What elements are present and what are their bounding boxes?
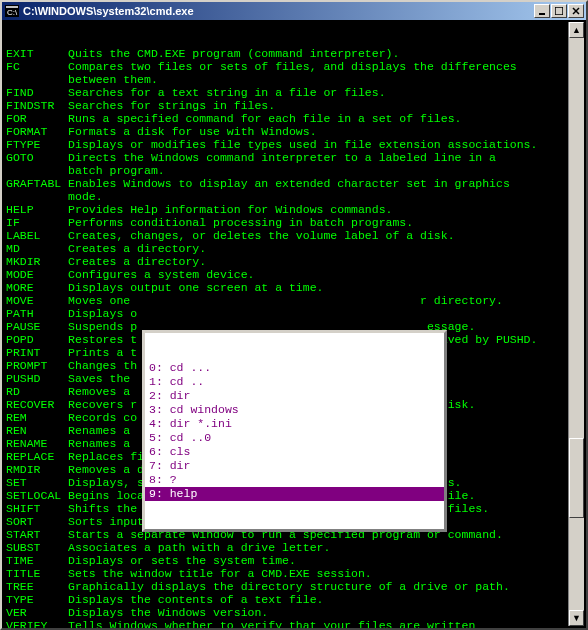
help-line: FC Compares two files or sets of files, … (6, 60, 582, 73)
maximize-button[interactable] (551, 4, 567, 18)
window-title: C:\WINDOWS\system32\cmd.exe (23, 5, 534, 17)
help-line: TIME Displays or sets the system time. (6, 554, 582, 567)
help-line: HELP Provides Help information for Windo… (6, 203, 582, 216)
scroll-down-button[interactable]: ▼ (569, 610, 584, 626)
help-line: FOR Runs a specified command for each fi… (6, 112, 582, 125)
help-line: mode. (6, 190, 582, 203)
svg-text:C:\: C:\ (7, 8, 18, 17)
minimize-button[interactable] (534, 4, 550, 18)
help-line: MKDIR Creates a directory. (6, 255, 582, 268)
history-item[interactable]: 5: cd ..0 (145, 431, 444, 445)
window-controls (534, 4, 584, 18)
help-line: FORMAT Formats a disk for use with Windo… (6, 125, 582, 138)
help-line: TITLE Sets the window title for a CMD.EX… (6, 567, 582, 580)
history-item[interactable]: 6: cls (145, 445, 444, 459)
close-button[interactable] (568, 4, 584, 18)
help-line: GOTO Directs the Windows command interpr… (6, 151, 582, 164)
history-popup[interactable]: 0: cd ...1: cd ..2: dir3: cd windows4: d… (142, 330, 447, 532)
app-icon: C:\ (4, 3, 20, 19)
help-line: EXIT Quits the CMD.EXE program (command … (6, 47, 582, 60)
help-line: FINDSTR Searches for strings in files. (6, 99, 582, 112)
terminal-area[interactable]: EXIT Quits the CMD.EXE program (command … (2, 20, 586, 628)
help-line: TREE Graphically displays the directory … (6, 580, 582, 593)
titlebar[interactable]: C:\ C:\WINDOWS\system32\cmd.exe (2, 2, 586, 20)
help-line: batch program. (6, 164, 582, 177)
help-line: GRAFTABL Enables Windows to display an e… (6, 177, 582, 190)
history-item[interactable]: 4: dir *.ini (145, 417, 444, 431)
help-line: SUBST Associates a path with a drive let… (6, 541, 582, 554)
history-item[interactable]: 7: dir (145, 459, 444, 473)
help-line: MODE Configures a system device. (6, 268, 582, 281)
help-line: between them. (6, 73, 582, 86)
help-line: FTYPE Displays or modifies file types us… (6, 138, 582, 151)
cmd-window: C:\ C:\WINDOWS\system32\cmd.exe EXIT Qui… (0, 0, 588, 630)
history-item[interactable]: 3: cd windows (145, 403, 444, 417)
help-line: FIND Searches for a text string in a fil… (6, 86, 582, 99)
history-item[interactable]: 1: cd .. (145, 375, 444, 389)
history-item[interactable]: 0: cd ... (145, 361, 444, 375)
svg-rect-3 (539, 13, 545, 15)
scroll-thumb[interactable] (569, 438, 584, 518)
scroll-track[interactable] (569, 38, 584, 610)
history-item[interactable]: 2: dir (145, 389, 444, 403)
help-line: TYPE Displays the contents of a text fil… (6, 593, 582, 606)
help-line: LABEL Creates, changes, or deletes the v… (6, 229, 582, 242)
help-line: VER Displays the Windows version. (6, 606, 582, 619)
history-item[interactable]: 8: ? (145, 473, 444, 487)
history-item[interactable]: 9: help (145, 487, 444, 501)
vertical-scrollbar[interactable]: ▲ ▼ (568, 22, 584, 626)
help-line: IF Performs conditional processing in ba… (6, 216, 582, 229)
help-line: MOVE Moves one r directory. (6, 294, 582, 307)
help-line: VERIFY Tells Windows whether to verify t… (6, 619, 582, 628)
help-line: MD Creates a directory. (6, 242, 582, 255)
scroll-up-button[interactable]: ▲ (569, 22, 584, 38)
help-line: PATH Displays o (6, 307, 582, 320)
svg-rect-4 (555, 7, 563, 15)
help-line: MORE Displays output one screen at a tim… (6, 281, 582, 294)
